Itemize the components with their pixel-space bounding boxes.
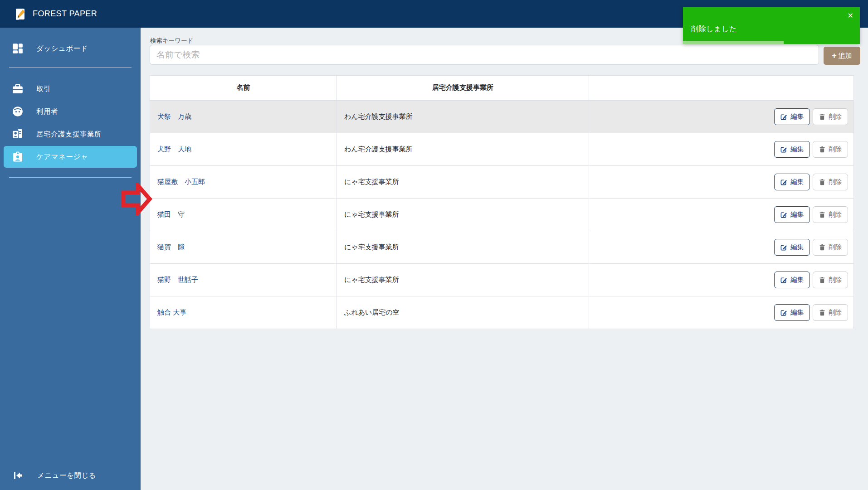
sidebar-item-transactions[interactable]: 取引 xyxy=(4,78,137,100)
delete-button[interactable]: 削除 xyxy=(813,272,848,288)
add-button[interactable]: + 追加 xyxy=(824,47,860,65)
edit-pencil-icon xyxy=(780,179,787,185)
row-name[interactable]: 犬野 大地 xyxy=(150,133,337,166)
edit-button[interactable]: 編集 xyxy=(774,304,810,321)
row-name[interactable]: 猫屋敷 小五郎 xyxy=(150,166,337,199)
edit-button-label: 編集 xyxy=(790,210,804,219)
delete-button-label: 削除 xyxy=(829,145,842,154)
edit-button-label: 編集 xyxy=(790,276,804,284)
delete-button[interactable]: 削除 xyxy=(813,141,848,158)
delete-button-label: 削除 xyxy=(829,178,842,186)
user-face-icon xyxy=(12,106,24,117)
row-name[interactable]: 犬祭 万歳 xyxy=(150,101,337,133)
table-row: 犬野 大地 わん宅介護支援事業所 編集 削除 xyxy=(150,133,854,166)
edit-button[interactable]: 編集 xyxy=(774,141,810,158)
trash-icon xyxy=(819,113,825,120)
app-title: FOREST PAPER xyxy=(33,9,97,19)
row-office: にゃ宅支援事業所 xyxy=(337,231,589,264)
red-arrow-annotation xyxy=(121,183,152,215)
briefcase-icon xyxy=(12,83,24,95)
toast-notification: 削除しました ✕ xyxy=(683,7,860,44)
table-row: 猫屋敷 小五郎 にゃ宅支援事業所 編集 削除 xyxy=(150,166,854,199)
sidebar-item-label: ダッシュボード xyxy=(36,44,88,53)
table-header-row: 名前 居宅介護支援事業所 xyxy=(150,76,854,101)
sidebar-divider xyxy=(9,177,132,178)
trash-icon xyxy=(819,309,825,316)
edit-pencil-icon xyxy=(780,277,787,283)
care-manager-table: 名前 居宅介護支援事業所 犬祭 万歳 わん宅介護支援事業所 編集 削除 xyxy=(150,75,854,329)
sidebar-close-menu[interactable]: メニューを閉じる xyxy=(4,465,137,486)
row-office: わん宅介護支援事業所 xyxy=(337,101,589,133)
search-input[interactable] xyxy=(150,45,819,65)
header-actions xyxy=(589,76,854,101)
row-actions: 編集 削除 xyxy=(589,231,854,264)
delete-button[interactable]: 削除 xyxy=(813,174,848,190)
sidebar-item-users[interactable]: 利用者 xyxy=(4,101,137,122)
delete-button[interactable]: 削除 xyxy=(813,239,848,256)
row-actions: 編集 削除 xyxy=(589,133,854,166)
edit-button[interactable]: 編集 xyxy=(774,272,810,288)
sidebar-item-label: 居宅介護支援事業所 xyxy=(36,130,102,139)
sidebar-item-label: ケアマネージャ xyxy=(36,152,88,162)
header-office: 居宅介護支援事業所 xyxy=(337,76,589,101)
care-manager-badge-icon xyxy=(12,151,24,163)
row-name[interactable]: 猫田 守 xyxy=(150,199,337,231)
row-office: わん宅介護支援事業所 xyxy=(337,133,589,166)
edit-button-label: 編集 xyxy=(790,243,804,252)
delete-button-label: 削除 xyxy=(829,276,842,284)
delete-button[interactable]: 削除 xyxy=(813,206,848,223)
edit-pencil-icon xyxy=(780,146,787,153)
row-name[interactable]: 猫賀 隙 xyxy=(150,231,337,264)
delete-button-label: 削除 xyxy=(829,112,842,121)
edit-button[interactable]: 編集 xyxy=(774,239,810,256)
table-row: 触合 大事 ふれあい居宅の空 編集 削除 xyxy=(150,296,854,329)
delete-button-label: 削除 xyxy=(829,243,842,252)
edit-pencil-icon xyxy=(780,244,787,251)
edit-button-label: 編集 xyxy=(790,112,804,121)
office-contacts-icon xyxy=(12,128,24,140)
row-name[interactable]: 触合 大事 xyxy=(150,296,337,329)
collapse-menu-icon xyxy=(13,470,24,481)
edit-pencil-icon xyxy=(780,309,787,316)
row-actions: 編集 削除 xyxy=(589,296,854,329)
row-actions: 編集 削除 xyxy=(589,199,854,231)
sidebar: ダッシュボード 取引 利用者 xyxy=(0,28,141,490)
sidebar-item-care-offices[interactable]: 居宅介護支援事業所 xyxy=(4,123,137,145)
delete-button[interactable]: 削除 xyxy=(813,304,848,321)
edit-button-label: 編集 xyxy=(790,178,804,186)
row-office: にゃ宅支援事業所 xyxy=(337,264,589,296)
sidebar-close-menu-label: メニューを閉じる xyxy=(37,471,96,480)
toast-close-icon[interactable]: ✕ xyxy=(848,11,853,20)
row-office: にゃ宅支援事業所 xyxy=(337,166,589,199)
delete-button-label: 削除 xyxy=(829,308,842,317)
trash-icon xyxy=(819,179,825,185)
edit-pencil-icon xyxy=(780,113,787,120)
row-actions: 編集 削除 xyxy=(589,166,854,199)
trash-icon xyxy=(819,146,825,153)
sidebar-divider xyxy=(9,67,132,68)
table-row: 猫野 世話子 にゃ宅支援事業所 編集 削除 xyxy=(150,264,854,296)
sidebar-item-care-manager[interactable]: ケアマネージャ xyxy=(4,146,137,168)
sidebar-item-label: 利用者 xyxy=(36,107,58,116)
add-button-label: 追加 xyxy=(839,52,852,60)
row-actions: 編集 削除 xyxy=(589,101,854,133)
edit-pencil-icon xyxy=(780,211,787,218)
row-office: ふれあい居宅の空 xyxy=(337,296,589,329)
edit-button[interactable]: 編集 xyxy=(774,108,810,125)
delete-button[interactable]: 削除 xyxy=(813,108,848,125)
plus-icon: + xyxy=(832,52,837,60)
edit-button[interactable]: 編集 xyxy=(774,206,810,223)
sidebar-item-dashboard[interactable]: ダッシュボード xyxy=(4,38,137,59)
sidebar-item-label: 取引 xyxy=(36,84,51,94)
edit-button-label: 編集 xyxy=(790,308,804,317)
edit-button-label: 編集 xyxy=(790,145,804,154)
table-row: 猫賀 隙 にゃ宅支援事業所 編集 削除 xyxy=(150,231,854,264)
header-name: 名前 xyxy=(150,76,337,101)
row-office: にゃ宅支援事業所 xyxy=(337,199,589,231)
row-name[interactable]: 猫野 世話子 xyxy=(150,264,337,296)
row-actions: 編集 削除 xyxy=(589,264,854,296)
delete-button-label: 削除 xyxy=(829,210,842,219)
table-row: 犬祭 万歳 わん宅介護支援事業所 編集 削除 xyxy=(150,101,854,133)
trash-icon xyxy=(819,244,825,251)
edit-button[interactable]: 編集 xyxy=(774,174,810,190)
